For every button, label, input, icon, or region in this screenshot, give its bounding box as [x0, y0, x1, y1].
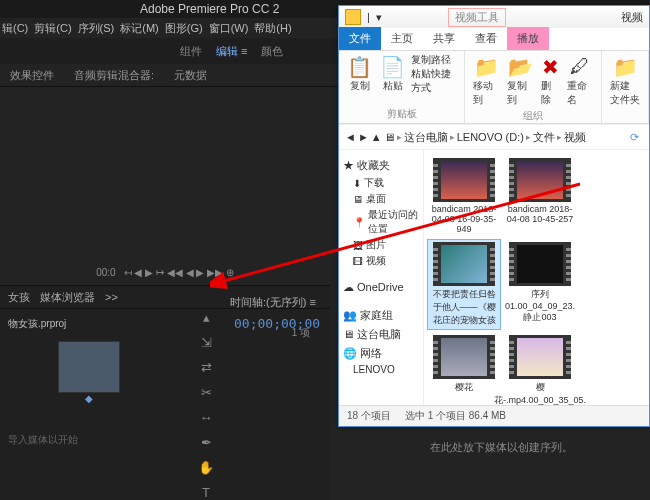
ribbon-group-new: 📁新建 文件夹: [602, 51, 649, 123]
crumb-pc[interactable]: 这台电脑: [404, 130, 448, 145]
rename-button[interactable]: 🖊重命名: [565, 53, 595, 109]
hand-tool-icon[interactable]: ✋: [198, 460, 214, 475]
project-thumbnail[interactable]: [58, 341, 120, 393]
video-thumbnail: [433, 158, 495, 202]
tab-media-browser[interactable]: 媒体浏览器: [40, 290, 95, 305]
ripple-tool-icon[interactable]: ⇄: [201, 360, 212, 375]
move-to-button[interactable]: 📁移动到: [471, 53, 501, 109]
nav-recent[interactable]: 📍最近访问的位置: [341, 207, 421, 237]
crumb-sep: ▸: [450, 132, 455, 142]
crumb-drive[interactable]: LENOVO (D:): [457, 131, 524, 143]
menu-window[interactable]: 窗口(W): [209, 21, 249, 36]
desktop-icon: 🖥: [353, 194, 363, 205]
paste-label: 粘贴: [383, 79, 403, 93]
explorer-titlebar[interactable]: | ▾ 视频工具 视频: [339, 6, 649, 28]
copy-path-button[interactable]: 复制路径: [411, 53, 458, 67]
tab-file[interactable]: 文件: [339, 27, 381, 50]
tab-audio-mixer[interactable]: 音频剪辑混合器:: [74, 68, 154, 83]
copyto-icon: 📂: [508, 55, 533, 79]
crumb-folder1[interactable]: 文件: [533, 130, 555, 145]
razor-tool-icon[interactable]: ✂: [201, 385, 212, 400]
file-explorer-window: | ▾ 视频工具 视频 文件 主页 共享 查看 播放 📋复制 📄粘贴 复制路径 …: [338, 5, 650, 427]
file-item[interactable]: 不要把责任归咎于他人——《樱花庄的宠物女孩: [428, 240, 500, 329]
tabs-overflow[interactable]: >>: [105, 291, 118, 303]
menu-help[interactable]: 帮助(H): [254, 21, 291, 36]
ribbon-group-clipboard: 📋复制 📄粘贴 复制路径 粘贴快捷方式 剪贴板: [339, 51, 465, 123]
nav-desktop[interactable]: 🖥桌面: [341, 191, 421, 207]
ribbon-tabs: 文件 主页 共享 查看 播放: [339, 28, 649, 51]
history-back-icon[interactable]: ◄: [345, 131, 356, 143]
up-icon[interactable]: ▲: [371, 131, 382, 143]
workspace-editing[interactable]: 编辑 ≡: [216, 44, 247, 59]
copy-to-button[interactable]: 📂复制到: [505, 53, 535, 109]
crumb-folder2[interactable]: 视频: [564, 130, 586, 145]
menu-sequence[interactable]: 序列(S): [78, 21, 115, 36]
track-select-tool-icon[interactable]: ⇲: [201, 335, 212, 350]
file-grid[interactable]: bandicam 2018-04-08 16-09-35-949bandicam…: [424, 150, 649, 405]
crumb-sep: ▸: [397, 132, 402, 142]
video-thumbnail: [433, 242, 495, 286]
file-item[interactable]: 樱花-.mp4.00_00_35_05.静止003: [504, 333, 576, 405]
timecode-small: 00:0: [96, 267, 115, 278]
file-item[interactable]: bandicam 2018-04-08 16-09-35-949: [428, 156, 500, 236]
tab-share[interactable]: 共享: [423, 27, 465, 50]
paste-shortcut-button[interactable]: 粘贴快捷方式: [411, 67, 458, 95]
menu-marker[interactable]: 标记(M): [120, 21, 159, 36]
type-tool-icon[interactable]: T: [202, 485, 210, 500]
nav-videos[interactable]: 🎞视频: [341, 253, 421, 269]
nav-homegroup[interactable]: 👥 家庭组: [343, 308, 421, 323]
file-item[interactable]: 樱花: [428, 333, 500, 405]
new-folder-label: 新建 文件夹: [610, 79, 640, 107]
refresh-icon[interactable]: ⟳: [630, 131, 639, 144]
title-location: 视频: [621, 10, 643, 25]
nav-network[interactable]: 🌐 网络: [343, 346, 421, 361]
tab-home[interactable]: 主页: [381, 27, 423, 50]
status-count: 18 个项目: [347, 409, 391, 423]
tab-effect-controls[interactable]: 效果控件: [10, 68, 54, 83]
menu-edit[interactable]: 辑(C): [2, 21, 28, 36]
videos-icon: 🎞: [353, 256, 363, 267]
slip-tool-icon[interactable]: ↔: [200, 410, 213, 425]
tab-play[interactable]: 播放: [507, 27, 549, 50]
pen-tool-icon[interactable]: ✒: [201, 435, 212, 450]
nav-lenovo[interactable]: LENOVO: [341, 363, 421, 376]
tab-metadata[interactable]: 元数据: [174, 68, 207, 83]
transport-controls: 00:0 ↤ ◀ ▶ ↦ ◀◀ ◀ ▶ ▶▶ ⊕: [0, 260, 330, 285]
workspace-color[interactable]: 颜色: [261, 44, 283, 59]
transport-buttons[interactable]: ↤ ◀ ▶ ↦ ◀◀ ◀ ▶ ▶▶ ⊕: [124, 267, 234, 278]
new-folder-button[interactable]: 📁新建 文件夹: [608, 53, 642, 109]
video-thumbnail: [509, 335, 571, 379]
timeline-timecode[interactable]: 00;00;00;00: [234, 316, 320, 331]
menu-graphics[interactable]: 图形(G): [165, 21, 203, 36]
tab-view[interactable]: 查看: [465, 27, 507, 50]
breadcrumb[interactable]: ◄ ► ▲ 🖥 ▸ 这台电脑 ▸ LENOVO (D:) ▸ 文件 ▸ 视频 ⟳: [339, 124, 649, 150]
nav-downloads[interactable]: ⬇下载: [341, 175, 421, 191]
new-folder-icon: 📁: [613, 55, 638, 79]
video-thumbnail: [433, 335, 495, 379]
crumb-sep: ▸: [526, 132, 531, 142]
selection-tool-icon[interactable]: ▴: [203, 310, 210, 325]
history-fwd-icon[interactable]: ►: [358, 131, 369, 143]
workspace-assembly[interactable]: 组件: [180, 44, 202, 59]
nav-pictures[interactable]: 🖼图片: [341, 237, 421, 253]
nav-thispc[interactable]: 🖥 这台电脑: [343, 327, 421, 342]
tab-project[interactable]: 女孩: [8, 290, 30, 305]
file-item[interactable]: bandicam 2018-04-08 10-45-257: [504, 156, 576, 236]
clipboard-group-label: 剪贴板: [387, 107, 417, 121]
ribbon-group-organize: 📁移动到 📂复制到 ✖删除 🖊重命名 组织: [465, 51, 602, 123]
nav-onedrive[interactable]: ☁ OneDrive: [343, 281, 421, 294]
video-thumbnail: [509, 158, 571, 202]
file-item[interactable]: 序列 01.00_04_09_23.静止003: [504, 240, 576, 329]
paste-button[interactable]: 📄粘贴: [378, 53, 407, 95]
down-arrow-icon[interactable]: ▾: [376, 11, 382, 24]
delete-button[interactable]: ✖删除: [539, 53, 560, 109]
file-name: 不要把责任归咎于他人——《樱花庄的宠物女孩: [430, 288, 498, 327]
pictures-icon: 🖼: [353, 240, 363, 251]
copy-button[interactable]: 📋复制: [345, 53, 374, 95]
menu-clip[interactable]: 剪辑(C): [34, 21, 71, 36]
nav-favorites[interactable]: ★ 收藏夹: [343, 158, 421, 173]
tools-panel: ▴ ⇲ ⇄ ✂ ↔ ✒ ✋ T: [196, 310, 216, 500]
paste-icon: 📄: [380, 55, 405, 79]
recent-icon: 📍: [353, 217, 365, 228]
monitor-icon: 🖥: [384, 131, 395, 143]
